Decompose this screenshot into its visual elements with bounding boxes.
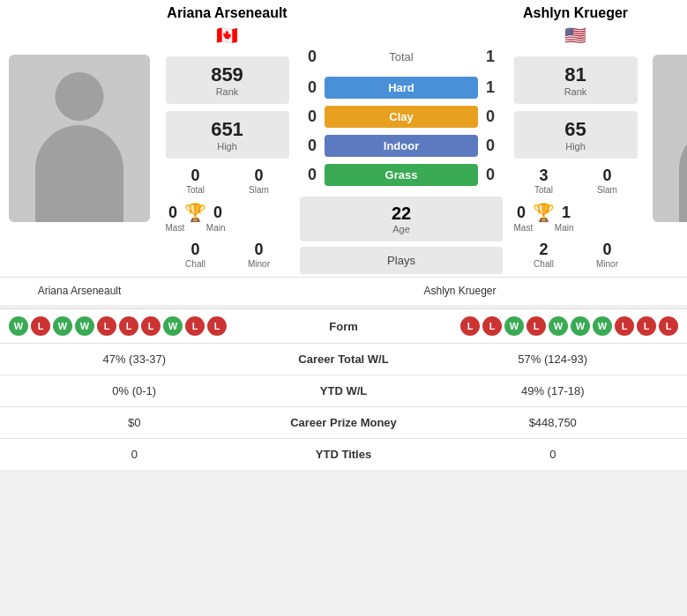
player1-main-label: Main <box>206 223 226 233</box>
career-total-wl-row: 47% (33-37) Career Total W/L 57% (124-93… <box>0 343 687 375</box>
player2-high-label: High <box>518 141 634 152</box>
player2-mast-label: Mast <box>514 223 534 233</box>
player2-form-badge: L <box>659 316 678 336</box>
player1-stats: Ariana Arseneault 🇨🇦 859 Rank 651 High 0… <box>159 0 295 277</box>
player1-form-badge: W <box>163 316 183 336</box>
player1-age-box: 22 Age <box>300 197 503 241</box>
player2-form-badge: W <box>504 316 524 336</box>
player2-name-header: Ashlyn Krueger 🇺🇸 <box>523 5 628 51</box>
player1-trophy-row: 0 🏆 0 <box>166 202 226 223</box>
titles-left: 0 <box>13 448 256 461</box>
player2-form-badge: L <box>615 316 634 336</box>
player1-photo-container <box>0 0 159 277</box>
player2-form-badge: L <box>637 316 656 336</box>
player2-chall-value: 2 <box>514 241 574 259</box>
player2-main-label: Main <box>555 223 574 233</box>
hard-right-score: 1 <box>478 78 503 97</box>
hard-button: Hard <box>325 77 478 99</box>
player1-trophy-icon: 🏆 <box>184 202 206 223</box>
player2-flag: 🇺🇸 <box>523 25 628 46</box>
ytd-wl-label: YTD W/L <box>256 384 432 397</box>
career-total-wl-label: Career Total W/L <box>256 353 432 366</box>
player1-total-item: 0 Total <box>166 167 226 195</box>
ytd-wl-left: 0% (0-1) <box>13 384 256 397</box>
player1-form-badges: WLWWLLLWLL <box>9 316 291 336</box>
player2-name: Ashlyn Krueger <box>523 5 628 21</box>
player2-trophy-row: 0 🏆 1 <box>514 202 574 223</box>
player2-total-label: Total <box>514 185 574 195</box>
player1-high-box: 651 High <box>166 111 289 159</box>
player2-slam-value: 0 <box>578 167 638 185</box>
player1-form-badge: W <box>75 316 94 336</box>
player1-form-badge: L <box>207 316 227 336</box>
player1-form-badge: W <box>53 316 72 336</box>
titles-row: 0 YTD Titles 0 <box>0 438 687 470</box>
total-label: Total <box>325 50 478 63</box>
indoor-left-score: 0 <box>300 137 325 155</box>
player2-high-box: 65 High <box>514 111 638 159</box>
player1-flag: 🇨🇦 <box>167 25 287 46</box>
player2-avatar <box>653 55 687 222</box>
player1-age-value: 22 <box>303 204 499 224</box>
clay-button: Clay <box>325 106 478 128</box>
prize-left: $0 <box>13 416 256 429</box>
player1-minor-item: 0 Minor <box>229 241 289 269</box>
ytd-wl-right: 49% (17-18) <box>432 384 675 397</box>
player2-form-badge: W <box>571 316 590 336</box>
player1-avatar <box>9 55 150 222</box>
right-spacer <box>528 282 687 298</box>
player2-rank-value: 81 <box>518 63 634 86</box>
prize-label: Career Prize Money <box>256 416 432 429</box>
clay-right-score: 0 <box>478 108 503 126</box>
player1-chall-label: Chall <box>166 259 226 269</box>
player2-chall-grid: 2 Chall 0 Minor <box>514 241 638 269</box>
player2-form-badge: L <box>460 316 480 336</box>
titles-right: 0 <box>432 448 675 461</box>
player2-form-badge: L <box>482 316 502 336</box>
player2-photo-container <box>644 0 687 277</box>
main-container: Ariana Arseneault 🇨🇦 859 Rank 651 High 0… <box>0 0 687 470</box>
career-total-wl-right: 57% (124-93) <box>432 353 675 366</box>
player2-slam-item: 0 Slam <box>578 167 638 195</box>
form-label: Form <box>291 320 397 333</box>
player1-rank-box: 859 Rank <box>166 56 289 104</box>
player2-trophy-icon: 🏆 <box>533 202 555 223</box>
top-section: Ariana Arseneault 🇨🇦 859 Rank 651 High 0… <box>0 0 687 277</box>
player2-titles-grid: 3 Total 0 Slam <box>514 167 638 195</box>
player1-rank-label: Rank <box>169 86 286 97</box>
player1-high-label: High <box>169 141 286 152</box>
player1-high-value: 651 <box>169 118 286 141</box>
grass-right-score: 0 <box>478 166 503 184</box>
form-section: WLWWLLLWLL Form LLWLWWWLLL <box>0 308 687 343</box>
grass-row: 0 Grass 0 <box>300 164 503 186</box>
player1-mast-value: 0 <box>168 204 177 222</box>
grass-left-score: 0 <box>300 166 325 184</box>
player2-mast-grid: 0 🏆 1 Mast Main <box>514 202 638 233</box>
player1-minor-label: Minor <box>229 259 289 269</box>
player1-name-header: Ariana Arseneault 🇨🇦 <box>167 5 287 51</box>
titles-label: YTD Titles <box>256 448 432 461</box>
player2-slam-label: Slam <box>578 185 638 195</box>
total-left-score: 0 <box>300 48 325 66</box>
player2-mast-value: 0 <box>517 204 526 222</box>
player1-form-badge: W <box>9 316 28 336</box>
prize-row: $0 Career Prize Money $448,750 <box>0 406 687 438</box>
player2-form-badges: LLWLWWWLLL <box>397 316 679 336</box>
player1-chall-item: 0 Chall <box>166 241 226 269</box>
player2-name-below: Ashlyn Krueger <box>423 285 496 297</box>
total-row: 0 Total 1 <box>300 48 503 66</box>
player1-name-below-container: Ariana Arseneault <box>0 282 159 298</box>
career-stats-section: 47% (33-37) Career Total W/L 57% (124-93… <box>0 343 687 470</box>
player1-total-value: 0 <box>166 167 226 185</box>
center-spacer <box>159 282 392 298</box>
grass-button: Grass <box>325 164 478 186</box>
scores-section: 0 Total 1 0 Hard 1 0 Clay 0 0 Indoor 0 0 <box>295 0 507 277</box>
player2-stats: Ashlyn Krueger 🇺🇸 81 Rank 65 High 3 Tota… <box>507 0 644 277</box>
player1-chall-value: 0 <box>166 241 226 259</box>
clay-row: 0 Clay 0 <box>300 106 503 128</box>
player1-form-badge: L <box>185 316 205 336</box>
player1-mast-item: 0 🏆 0 Mast Main <box>166 202 226 233</box>
total-right-score: 1 <box>478 48 503 66</box>
ytd-wl-row: 0% (0-1) YTD W/L 49% (17-18) <box>0 375 687 406</box>
player1-rank-value: 859 <box>169 63 286 86</box>
